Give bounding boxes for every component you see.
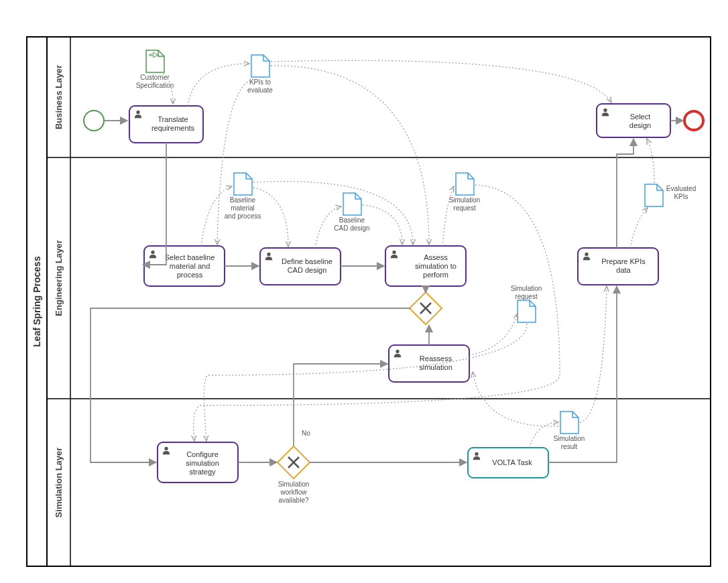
- gw-no-label: No: [302, 430, 310, 437]
- assoc-preparekpi-evalkpis: [630, 208, 648, 248]
- task-prepare-kpi[interactable]: Prepare KPIs data: [578, 248, 658, 285]
- doc-baseline-cad-l1: Baseline: [339, 216, 365, 224]
- doc-customer-spec[interactable]: Customer Specification: [136, 50, 174, 89]
- task-translate[interactable]: Translate requirements: [129, 106, 203, 143]
- doc-baseline-cad[interactable]: Baseline CAD design: [334, 193, 369, 232]
- gw-label-l1: Simulation: [278, 480, 310, 488]
- doc-kpis-eval-label2: evaluate: [247, 86, 273, 94]
- task-ra-l1: Reassess: [420, 354, 452, 363]
- doc-sim-result-l2: result: [561, 443, 578, 450]
- doc-customer-spec-label1: Customer: [140, 74, 170, 81]
- task-cs-l2: simulation: [186, 459, 219, 467]
- pool-title: Leaf Spring Process: [32, 256, 42, 347]
- task-translate-l1: Translate: [158, 115, 188, 123]
- task-reassess[interactable]: Reassess simulation: [389, 345, 469, 382]
- assoc-matdoc-assess: [253, 182, 413, 245]
- doc-baseline-mat[interactable]: Baseline material and process: [225, 173, 261, 220]
- doc-sim-req-top-l2: request: [453, 204, 476, 212]
- task-assess[interactable]: Assess simulation to perform: [385, 246, 466, 286]
- task-ra-l2: simulation: [419, 363, 452, 371]
- flow-preparekpi-selectdesign: [617, 139, 633, 248]
- start-event[interactable]: [84, 111, 104, 131]
- assoc-simreqtop-configure: [194, 185, 560, 441]
- bpmn-diagram: Leaf Spring Process Business Layer Engin…: [0, 0, 728, 583]
- task-as-l2: simulation to: [415, 262, 457, 270]
- assoc-assess-simreqtop: [442, 186, 454, 246]
- task-cs-l3: strategy: [189, 468, 216, 476]
- gw-label-l2: workflow: [280, 489, 308, 496]
- end-event[interactable]: [684, 111, 703, 130]
- gateway-after-assess[interactable]: [410, 292, 442, 324]
- flow-gw1-configuresim: [90, 308, 410, 462]
- task-translate-l2: requirements: [151, 124, 195, 132]
- assoc-translate-kpis: [188, 64, 249, 106]
- task-volta[interactable]: VOLTA Task: [468, 448, 548, 478]
- doc-sim-req-lower-l2: request: [515, 293, 538, 300]
- task-dc-l2: CAD design: [288, 266, 327, 274]
- gw-label-l3: available?: [278, 497, 308, 504]
- doc-customer-spec-label2: Specification: [136, 82, 174, 89]
- doc-sim-req-top-l1: Simulation: [449, 196, 481, 204]
- task-as-l3: perform: [423, 271, 448, 279]
- svg-rect-9: [597, 104, 670, 137]
- doc-kpis-eval[interactable]: KPIs to evaluate: [247, 55, 273, 94]
- lane-simulation: Simulation Layer: [54, 448, 64, 518]
- doc-baseline-mat-l1: Baseline: [230, 196, 256, 204]
- task-select-baseline[interactable]: Select baseline material and process: [144, 246, 225, 286]
- task-cs-l1: Configure: [186, 450, 219, 458]
- task-sb-l1: Select baseline: [165, 253, 215, 261]
- assoc-simresult-preparekpi: [580, 286, 607, 422]
- doc-sim-req-lower-l1: Simulation: [511, 285, 542, 292]
- doc-baseline-mat-l3: and process: [225, 212, 261, 220]
- task-configure-sim[interactable]: Configure simulation strategy: [158, 442, 238, 482]
- doc-eval-kpis-l2: KPIs: [674, 193, 688, 200]
- task-sd-l2: design: [629, 121, 651, 129]
- lane-business: Business Layer: [54, 65, 64, 129]
- assoc-evalkpis-selectdesign: [647, 139, 654, 183]
- doc-sim-req-top[interactable]: Simulation request: [449, 173, 481, 212]
- doc-sim-result-l1: Simulation: [554, 435, 585, 442]
- doc-eval-kpis-l1: Evaluated: [666, 185, 696, 192]
- gateway-sim-available[interactable]: Simulation workflow available?: [278, 446, 310, 504]
- task-dc-l1: Define baseline: [282, 257, 332, 265]
- task-define-cad[interactable]: Define baseline CAD design: [260, 248, 341, 285]
- assoc-reassess-simreq2: [469, 314, 518, 355]
- task-as-l1: Assess: [424, 253, 448, 261]
- task-select-design[interactable]: Select design: [597, 104, 670, 137]
- task-sb-l3: process: [177, 271, 203, 279]
- assoc-kpis-selectdesign: [271, 60, 611, 103]
- doc-sim-result[interactable]: Simulation result: [554, 411, 585, 450]
- task-pk-l1: Prepare KPIs: [601, 257, 646, 265]
- task-sb-l2: material and: [170, 262, 210, 270]
- doc-sim-req-lower[interactable]: Simulation request: [511, 285, 542, 322]
- task-volta-l: VOLTA Task: [492, 458, 532, 466]
- lane-engineering: Engineering Layer: [54, 240, 64, 316]
- assoc-simreq2-configure: [204, 324, 527, 441]
- task-pk-l2: data: [616, 266, 631, 274]
- doc-baseline-mat-l2: material: [231, 204, 255, 212]
- doc-eval-kpis[interactable]: Evaluated KPIs: [645, 184, 696, 206]
- task-sd-l1: Select: [630, 113, 651, 121]
- doc-baseline-cad-l2: CAD design: [334, 224, 369, 232]
